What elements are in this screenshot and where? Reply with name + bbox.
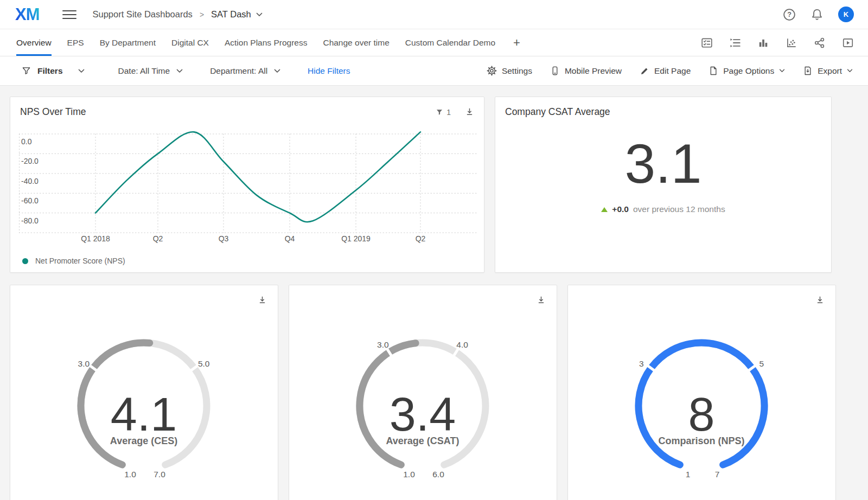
legend-label: Net Promoter Score (NPS) (35, 257, 125, 265)
scatter-plot-icon (786, 37, 797, 49)
gauge-max-label: 7 (715, 470, 720, 479)
notifications-button[interactable] (810, 8, 824, 21)
add-page-button[interactable]: + (511, 29, 522, 56)
x-axis-tick-label: Q1 2018 (81, 234, 110, 243)
gauge-tick-label: 4.0 (456, 340, 468, 349)
tab-change-over-time[interactable]: Change over time (323, 29, 389, 56)
tab-by-department[interactable]: By Department (100, 29, 156, 56)
dashboard-content: NPS Over Time 1 0.0-20.0-40.0-60.0-8 (0, 86, 868, 500)
widget-list-button[interactable] (729, 37, 741, 49)
gauge-max-label: 6.0 (432, 470, 444, 479)
gear-icon (487, 66, 497, 76)
gauge-tick-label: 3.0 (78, 359, 90, 368)
widget-filter-indicator[interactable]: 1 (436, 108, 451, 117)
comparison-nps-gauge-widget: 35178Comparison (NPS) (567, 285, 836, 500)
funnel-filled-icon (436, 108, 443, 116)
download-icon (537, 296, 546, 305)
menu-icon (62, 10, 76, 20)
y-axis-tick-label: -80.0 (21, 216, 39, 225)
present-button[interactable] (842, 37, 854, 49)
gauge-tick-label: 5.0 (198, 359, 210, 368)
edit-page-button[interactable]: Edit Page (640, 66, 691, 76)
legend-item-nps[interactable]: Net Promoter Score (NPS) (22, 257, 125, 265)
chevron-down-icon (847, 69, 853, 73)
x-axis-tick-label: Q1 2019 (341, 234, 371, 243)
kpi-delta: +0.0 over previous 12 months (601, 204, 725, 214)
checklist-icon (701, 37, 713, 49)
svg-text:?: ? (787, 11, 792, 18)
export-label: Export (818, 66, 842, 76)
chevron-down-icon (176, 69, 183, 73)
gauge-label: Average (CSAT) (386, 435, 459, 446)
date-filter-label: Date: All Time (118, 66, 170, 76)
chevron-down-icon (779, 69, 785, 73)
tab-eps[interactable]: EPS (67, 29, 84, 56)
tab-overview[interactable]: Overview (16, 29, 52, 56)
funnel-icon (22, 66, 31, 75)
department-filter[interactable]: Department: All (210, 66, 280, 76)
up-triangle-icon (601, 207, 608, 212)
page-tab-bar: Overview EPS By Department Digital CX Ac… (0, 29, 868, 56)
tab-custom-calendar-demo[interactable]: Custom Calendar Demo (405, 29, 495, 56)
gauge-min-label: 1 (686, 470, 691, 479)
share-icon (814, 37, 826, 49)
settings-button[interactable]: Settings (487, 66, 532, 76)
breadcrumb-current: SAT Dash (211, 9, 251, 20)
chevron-down-icon (256, 12, 263, 17)
date-filter[interactable]: Date: All Time (118, 66, 183, 76)
help-button[interactable]: ? (783, 8, 796, 21)
chevron-down-icon (78, 69, 85, 73)
x-axis-tick-label: Q2 (153, 234, 163, 243)
export-button[interactable]: Export (803, 66, 853, 76)
download-icon (258, 296, 267, 305)
gauge-value: 8 (688, 387, 715, 441)
widget-download-button[interactable] (258, 296, 267, 305)
company-csat-average-widget: Company CSAT Average 3.1 +0.0 over previ… (495, 97, 832, 273)
average-ces-gauge-widget: 3.05.01.07.04.1Average (CES) (10, 285, 278, 500)
scatter-plot-button[interactable] (786, 37, 797, 49)
nps-comparison-gauge-chart: 35178Comparison (NPS) (568, 285, 835, 500)
average-csat-gauge-widget: 3.04.01.06.03.4Average (CSAT) (289, 285, 557, 500)
gauge-tick-label: 3.0 (377, 340, 389, 349)
widget-download-button[interactable] (465, 107, 474, 117)
tab-digital-cx[interactable]: Digital CX (171, 29, 209, 56)
bar-chart-icon (757, 37, 769, 49)
filter-bar: Filters Date: All Time Department: All H… (0, 56, 868, 86)
nps-line-chart: 0.0-20.0-40.0-60.0-80.0Q1 2018Q2Q3Q4Q1 2… (19, 131, 478, 247)
share-button[interactable] (814, 37, 826, 49)
download-icon (815, 296, 825, 305)
widget-download-button[interactable] (815, 296, 825, 305)
top-bar: XM Support Site Dashboards > SAT Dash ? (0, 0, 868, 29)
widget-download-button[interactable] (537, 296, 546, 305)
dashboard-selector[interactable]: SAT Dash (211, 9, 263, 20)
y-axis-tick-label: 0.0 (21, 137, 32, 146)
metrics-checklist-button[interactable] (701, 37, 713, 49)
widget-title: NPS Over Time (20, 106, 86, 118)
tab-action-plans-progress[interactable]: Action Plans Progress (225, 29, 308, 56)
page-options-button[interactable]: Page Options (709, 66, 785, 76)
gauge-value: 3.4 (390, 387, 456, 441)
kpi-delta-period: over previous 12 months (633, 204, 725, 214)
x-axis-tick-label: Q4 (285, 234, 295, 243)
gauge-label: Average (CES) (110, 435, 177, 446)
phone-icon (550, 66, 560, 76)
gauge-max-label: 7.0 (154, 470, 165, 479)
kpi-value: 3.1 (625, 136, 702, 191)
x-axis-tick-label: Q2 (416, 234, 426, 243)
bar-chart-button[interactable] (757, 37, 769, 49)
mobile-preview-button[interactable]: Mobile Preview (550, 66, 622, 76)
avatar[interactable]: K (838, 7, 854, 22)
y-axis-tick-label: -20.0 (21, 157, 39, 165)
help-icon: ? (783, 8, 796, 21)
kpi-delta-value: +0.0 (612, 204, 629, 214)
csat-gauge-chart: 3.04.01.06.03.4Average (CSAT) (289, 285, 557, 500)
xm-logo[interactable]: XM (15, 5, 40, 24)
hide-filters-link[interactable]: Hide Filters (308, 66, 350, 76)
bell-icon (810, 8, 824, 21)
breadcrumb-root[interactable]: Support Site Dashboards (93, 9, 193, 20)
filters-toggle[interactable]: Filters (22, 66, 85, 76)
hamburger-menu-button[interactable] (62, 10, 76, 20)
nps-series-line (95, 132, 420, 222)
gauge-label: Comparison (NPS) (658, 435, 744, 446)
gauge-value: 4.1 (111, 387, 177, 441)
